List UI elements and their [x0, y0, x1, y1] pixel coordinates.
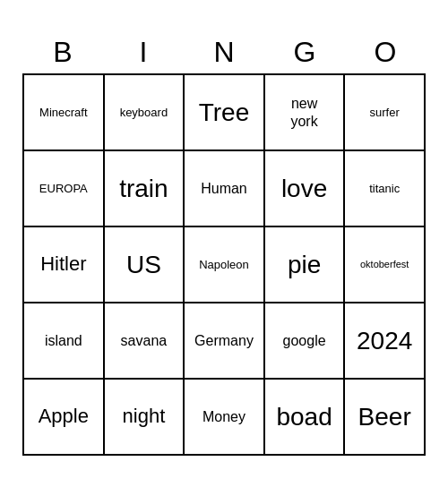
bingo-cell-3-0: island [24, 303, 105, 380]
cell-text-1-0: EUROPA [39, 182, 88, 196]
bingo-cell-4-2: Money [185, 380, 265, 456]
bingo-cell-0-2: Tree [185, 75, 265, 151]
bingo-cell-0-4: surfer [345, 75, 426, 151]
cell-text-1-4: titanic [369, 182, 400, 196]
bingo-cell-2-3: pie [265, 227, 346, 303]
cell-text-3-3: google [283, 332, 326, 349]
bingo-row-4: ApplenightMoneyboadBeer [24, 380, 426, 456]
header-letter-n: N [184, 31, 264, 73]
bingo-cell-2-4: oktoberfest [345, 227, 426, 303]
bingo-cell-1-0: EUROPA [24, 151, 105, 227]
cell-text-4-4: Beer [358, 402, 411, 432]
bingo-cell-4-0: Apple [24, 380, 105, 456]
cell-text-2-1: US [126, 250, 161, 280]
bingo-cell-0-3: newyork [265, 75, 346, 151]
bingo-cell-2-2: Napoleon [185, 227, 265, 303]
bingo-cell-1-3: love [265, 151, 346, 227]
bingo-cell-2-1: US [105, 227, 185, 303]
cell-text-0-0: Minecraft [39, 106, 87, 120]
header-letter-i: I [103, 31, 184, 73]
bingo-cell-3-2: Germany [185, 303, 265, 380]
bingo-cell-0-1: keyboard [105, 75, 185, 151]
bingo-row-3: islandsavanaGermanygoogle2024 [24, 303, 426, 380]
bingo-row-1: EUROPAtrainHumanlovetitanic [24, 151, 426, 227]
bingo-cell-3-4: 2024 [345, 303, 426, 380]
header-letter-g: G [264, 31, 345, 73]
cell-text-2-4: oktoberfest [360, 259, 409, 270]
cell-text-3-2: Germany [194, 332, 254, 349]
cell-text-4-2: Money [202, 408, 246, 425]
cell-text-4-1: night [123, 405, 166, 428]
bingo-cell-3-3: google [265, 303, 346, 380]
cell-text-0-4: surfer [370, 106, 400, 120]
cell-text-3-1: savana [121, 332, 168, 349]
bingo-card: BINGO MinecraftkeyboardTreenewyorksurfer… [13, 22, 435, 465]
bingo-cell-4-3: boad [265, 380, 346, 456]
bingo-grid: MinecraftkeyboardTreenewyorksurferEUROPA… [22, 73, 426, 456]
cell-text-4-0: Apple [39, 405, 89, 428]
bingo-header: BINGO [22, 31, 426, 73]
cell-text-4-3: boad [276, 402, 332, 432]
cell-text-1-2: Human [201, 180, 247, 197]
bingo-cell-2-0: Hitler [24, 227, 105, 303]
bingo-row-0: MinecraftkeyboardTreenewyorksurfer [24, 75, 426, 151]
cell-text-3-0: island [45, 332, 82, 349]
bingo-cell-1-4: titanic [345, 151, 426, 227]
cell-text-1-3: love [281, 174, 327, 204]
bingo-cell-0-0: Minecraft [24, 75, 105, 151]
bingo-row-2: HitlerUSNapoleonpieoktoberfest [24, 227, 426, 303]
cell-text-2-0: Hitler [40, 252, 86, 276]
cell-text-0-3: newyork [290, 95, 317, 129]
cell-text-2-3: pie [288, 250, 321, 280]
bingo-cell-4-1: night [105, 380, 185, 456]
bingo-cell-3-1: savana [105, 303, 185, 380]
cell-text-1-1: train [119, 174, 168, 204]
bingo-cell-1-2: Human [185, 151, 265, 227]
cell-text-3-4: 2024 [357, 326, 412, 356]
header-letter-b: B [22, 31, 103, 73]
cell-text-0-2: Tree [199, 98, 250, 128]
bingo-cell-1-1: train [105, 151, 185, 227]
bingo-cell-4-4: Beer [345, 380, 426, 456]
cell-text-2-2: Napoleon [199, 258, 249, 272]
cell-text-0-1: keyboard [120, 106, 168, 120]
header-letter-o: O [345, 31, 426, 73]
